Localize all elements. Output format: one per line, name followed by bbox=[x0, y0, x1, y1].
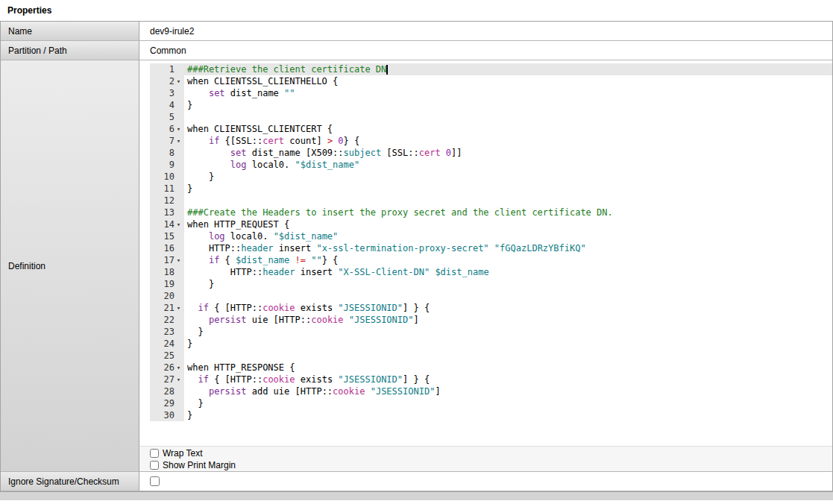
gutter-cell[interactable]: 15 bbox=[150, 230, 184, 242]
gutter-cell[interactable]: 19 bbox=[150, 278, 184, 290]
name-value: dev9-irule2 bbox=[139, 22, 832, 40]
fold-icon[interactable]: ▾ bbox=[175, 218, 183, 230]
gutter-cell[interactable]: 14▾ bbox=[150, 218, 184, 230]
code-line-text[interactable] bbox=[184, 290, 832, 302]
line-number: 24 bbox=[164, 338, 175, 350]
gutter-cell[interactable]: 26▾ bbox=[150, 362, 184, 374]
gutter-cell[interactable]: 6▾ bbox=[150, 123, 184, 135]
line-number: 12 bbox=[164, 195, 175, 207]
gutter-cell[interactable]: 13 bbox=[150, 207, 184, 218]
code-line-text[interactable]: } bbox=[184, 326, 832, 338]
gutter-cell[interactable]: 7▾ bbox=[150, 135, 184, 147]
ignore-signature-checkbox[interactable] bbox=[150, 476, 160, 486]
code-line-text[interactable]: if { [HTTP::cookie exists "JSESSIONID"] … bbox=[184, 302, 832, 314]
gutter-cell[interactable]: 10 bbox=[150, 171, 184, 183]
code-line-text[interactable]: ###Retrieve the client certificate DN bbox=[184, 63, 832, 75]
code-line: 9 log local0. "$dist_name" bbox=[150, 159, 832, 171]
gutter-cell[interactable]: 24 bbox=[150, 338, 184, 350]
wrap-text-option[interactable]: Wrap Text bbox=[150, 447, 832, 459]
gutter-cell[interactable]: 8 bbox=[150, 147, 184, 159]
code-line-text[interactable]: } bbox=[184, 338, 832, 350]
code-line-text[interactable]: set dist_name [X509::subject [SSL::cert … bbox=[184, 147, 832, 159]
gutter-cell[interactable]: 16 bbox=[150, 242, 184, 254]
fold-icon[interactable]: ▾ bbox=[175, 302, 183, 314]
code-line-text[interactable]: } bbox=[184, 171, 832, 183]
fold-icon[interactable]: ▾ bbox=[175, 75, 183, 87]
code-line-text[interactable]: persist add uie [HTTP::cookie "JSESSIONI… bbox=[184, 385, 832, 397]
properties-table: Name dev9-irule2 Partition / Path Common… bbox=[0, 21, 833, 491]
gutter-cell[interactable]: 22 bbox=[150, 314, 184, 326]
gutter-cell[interactable]: 5 bbox=[150, 111, 184, 123]
gutter-cell[interactable]: 17▾ bbox=[150, 254, 184, 266]
gutter-cell[interactable]: 30 bbox=[150, 409, 184, 421]
gutter-cell[interactable]: 1 bbox=[150, 63, 184, 75]
code-line: 30} bbox=[150, 409, 832, 421]
code-line-text[interactable]: HTTP::header insert "x-ssl-termination-p… bbox=[184, 242, 832, 254]
fold-icon[interactable]: ▾ bbox=[175, 362, 183, 374]
show-print-margin-option[interactable]: Show Print Margin bbox=[150, 459, 832, 470]
gutter-cell[interactable]: 11 bbox=[150, 183, 184, 195]
line-number: 28 bbox=[164, 385, 175, 397]
code-line-text[interactable]: if { $dist_name != ""} { bbox=[184, 254, 832, 266]
gutter-cell[interactable]: 25 bbox=[150, 350, 184, 362]
code-line: 8 set dist_name [X509::subject [SSL::cer… bbox=[150, 147, 832, 159]
code-line: 17▾ if { $dist_name != ""} { bbox=[150, 254, 832, 266]
fold-icon bbox=[175, 195, 183, 207]
code-line: 7▾ if {[SSL::cert count] > 0} { bbox=[150, 135, 832, 147]
fold-icon[interactable]: ▾ bbox=[175, 374, 183, 385]
code-line-text[interactable]: when HTTP_RESPONSE { bbox=[184, 362, 832, 374]
gutter-cell[interactable]: 28 bbox=[150, 385, 184, 397]
gutter-cell[interactable]: 20 bbox=[150, 290, 184, 302]
code-line-text[interactable]: set dist_name "" bbox=[184, 87, 832, 99]
fold-icon[interactable]: ▾ bbox=[175, 123, 183, 135]
code-line: 18 HTTP::header insert "X-SSL-Client-DN"… bbox=[150, 266, 832, 278]
code-line-text[interactable] bbox=[184, 350, 832, 362]
line-number: 4 bbox=[169, 99, 175, 111]
wrap-text-checkbox[interactable] bbox=[150, 449, 159, 458]
fold-icon bbox=[175, 147, 183, 159]
line-number: 20 bbox=[164, 290, 175, 302]
code-line-text[interactable]: ###Create the Headers to insert the prox… bbox=[184, 207, 832, 218]
wrap-text-label: Wrap Text bbox=[163, 448, 203, 459]
fold-icon[interactable]: ▾ bbox=[175, 135, 183, 147]
code-line-text[interactable]: log local0. "$dist_name" bbox=[184, 159, 832, 171]
code-line-text[interactable]: if {[SSL::cert count] > 0} { bbox=[184, 135, 832, 147]
code-line-text[interactable]: when CLIENTSSL_CLIENTHELLO { bbox=[184, 75, 832, 87]
code-line-text[interactable]: } bbox=[184, 409, 832, 421]
gutter-cell[interactable]: 2▾ bbox=[150, 75, 184, 87]
line-number: 3 bbox=[169, 87, 175, 99]
code-line-text[interactable]: } bbox=[184, 99, 832, 111]
gutter-cell[interactable]: 29 bbox=[150, 397, 184, 409]
gutter-cell[interactable]: 9 bbox=[150, 159, 184, 171]
gutter-cell[interactable]: 21▾ bbox=[150, 302, 184, 314]
fold-icon bbox=[175, 278, 183, 290]
code-line-text[interactable]: when HTTP_REQUEST { bbox=[184, 218, 832, 230]
code-line-text[interactable]: } bbox=[184, 397, 832, 409]
gutter-cell[interactable]: 27▾ bbox=[150, 374, 184, 385]
code-line-text[interactable]: } bbox=[184, 183, 832, 195]
line-number: 10 bbox=[164, 171, 175, 183]
code-line-text[interactable] bbox=[184, 195, 832, 207]
code-line-text[interactable]: log local0. "$dist_name" bbox=[184, 230, 832, 242]
code-editor[interactable]: 1###Retrieve the client certificate DN2▾… bbox=[150, 60, 832, 446]
line-number: 19 bbox=[164, 278, 175, 290]
code-line-text[interactable]: HTTP::header insert "X-SSL-Client-DN" $d… bbox=[184, 266, 832, 278]
code-line-text[interactable]: when CLIENTSSL_CLIENTCERT { bbox=[184, 123, 832, 135]
line-number: 6 bbox=[169, 123, 175, 135]
code-line-text[interactable]: if { [HTTP::cookie exists "JSESSIONID"] … bbox=[184, 374, 832, 385]
gutter-cell[interactable]: 3 bbox=[150, 87, 184, 99]
code-line: 24} bbox=[150, 338, 832, 350]
code-line-text[interactable] bbox=[184, 111, 832, 123]
code-line-text[interactable]: persist uie [HTTP::cookie "JSESSIONID"] bbox=[184, 314, 832, 326]
code-line-text[interactable]: } bbox=[184, 278, 832, 290]
gutter-cell[interactable]: 23 bbox=[150, 326, 184, 338]
line-number: 29 bbox=[164, 397, 175, 409]
show-print-margin-checkbox[interactable] bbox=[150, 461, 159, 470]
code-line: 26▾when HTTP_RESPONSE { bbox=[150, 362, 832, 374]
gutter-cell[interactable]: 4 bbox=[150, 99, 184, 111]
fold-icon[interactable]: ▾ bbox=[175, 254, 183, 266]
editor-options: Wrap Text Show Print Margin bbox=[139, 446, 832, 471]
gutter-cell[interactable]: 12 bbox=[150, 195, 184, 207]
gutter-cell[interactable]: 18 bbox=[150, 266, 184, 278]
irule-properties-page: Properties Name dev9-irule2 Partition / … bbox=[0, 0, 833, 500]
